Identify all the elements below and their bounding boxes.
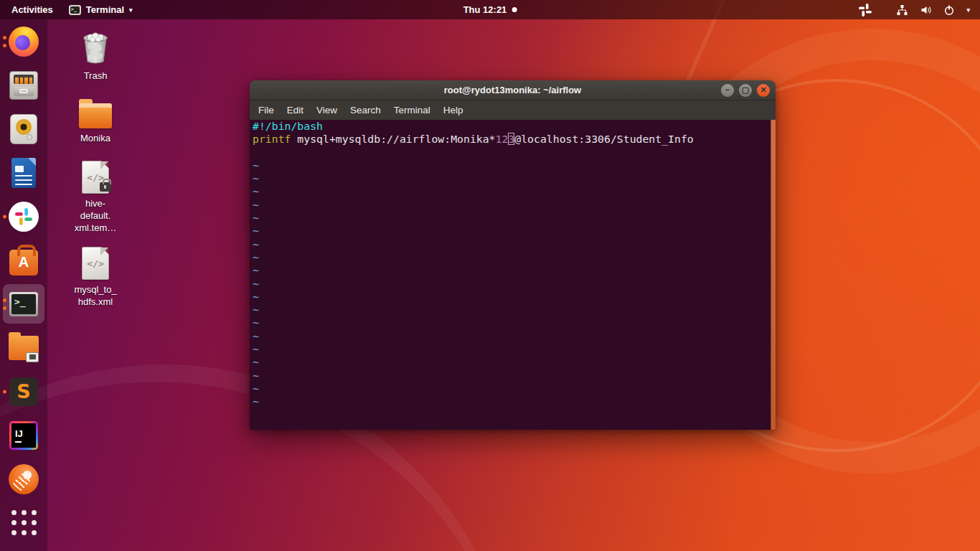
app-menu-label: Terminal xyxy=(86,4,124,15)
desktop-icon-label: hive-default.xml.tem… xyxy=(75,197,117,234)
terminal-window: root@rydot13monika: ~/airflow −▢✕ FileEd… xyxy=(250,80,776,430)
terminal-app-icon: >_ xyxy=(69,5,81,15)
vim-empty-line-tilde: ~ xyxy=(253,185,776,198)
xml-file-icon: </> xyxy=(82,247,109,280)
intellij-idea-icon: IJ xyxy=(9,421,38,450)
power-icon[interactable] xyxy=(943,4,955,16)
vim-line: #!/bin/bash xyxy=(253,120,776,133)
dock: A>_SIJ xyxy=(0,19,47,551)
dock-item-file-cabinet[interactable] xyxy=(0,63,47,107)
vim-empty-line-tilde: ~ xyxy=(253,238,776,251)
activities-button[interactable]: Activities xyxy=(11,4,53,15)
desktop-icon-label: mysql_to_hdfs.xml xyxy=(74,283,116,308)
dock-item-firefox[interactable] xyxy=(0,19,47,63)
dock-item-folder-network[interactable] xyxy=(0,326,47,369)
clock-label: Thu 12:21 xyxy=(463,4,507,15)
vim-cursor: 3 xyxy=(508,133,514,145)
lock-icon xyxy=(100,182,111,192)
running-indicator-dots xyxy=(3,215,6,218)
terminal-scrollbar[interactable] xyxy=(771,120,776,430)
dock-item-intellij-idea[interactable]: IJ xyxy=(0,413,47,457)
libreoffice-writer-icon xyxy=(11,158,36,188)
trash-icon xyxy=(78,30,113,66)
minimize-button[interactable]: − xyxy=(721,84,734,97)
chevron-down-icon[interactable]: ▾ xyxy=(966,6,970,14)
vim-empty-line-tilde: ~ xyxy=(253,395,776,408)
vim-empty-line-tilde: ~ xyxy=(253,330,776,343)
vim-empty-line-tilde: ~ xyxy=(253,382,776,395)
menu-item-search[interactable]: Search xyxy=(344,102,387,118)
menu-item-terminal[interactable]: Terminal xyxy=(388,102,436,118)
menu-item-file[interactable]: File xyxy=(253,102,280,118)
vim-line: printf mysql+mysqldb://airflow:Monika*12… xyxy=(253,133,776,146)
menu-item-view[interactable]: View xyxy=(311,102,343,118)
notification-dot xyxy=(512,7,517,12)
vim-empty-line-tilde: ~ xyxy=(253,159,776,172)
window-titlebar[interactable]: root@rydot13monika: ~/airflow −▢✕ xyxy=(250,80,776,100)
xml-file-icon: </> xyxy=(82,161,109,194)
running-indicator-dots xyxy=(3,298,6,310)
orange-comet-app-icon xyxy=(9,464,39,494)
speaker-media-icon xyxy=(10,114,37,144)
vim-empty-line-tilde: ~ xyxy=(253,316,776,329)
dock-item-show-applications[interactable] xyxy=(0,501,47,545)
vim-empty-line-tilde: ~ xyxy=(253,356,776,369)
ubuntu-software-icon: A xyxy=(9,250,38,276)
desktop-icon-mysql-to-hdfs-xml[interactable]: </>mysql_to_hdfs.xml xyxy=(66,247,125,308)
vim-empty-line-tilde: ~ xyxy=(253,199,776,212)
clock-button[interactable]: Thu 12:21 xyxy=(463,4,517,15)
terminal-content[interactable]: #!/bin/bashprintf mysql+mysqldb://airflo… xyxy=(250,120,776,430)
show-applications-icon xyxy=(11,510,37,535)
folder-icon xyxy=(79,103,112,128)
vim-empty-line-tilde: ~ xyxy=(253,172,776,185)
file-cabinet-icon xyxy=(9,71,38,100)
chevron-down-icon: ▾ xyxy=(129,6,133,14)
vim-empty-line-tilde: ~ xyxy=(253,225,776,237)
dock-item-speaker-media[interactable] xyxy=(0,107,47,151)
dock-item-terminal[interactable]: >_ xyxy=(0,282,47,326)
window-title: root@rydot13monika: ~/airflow xyxy=(250,85,776,95)
slack-icon xyxy=(9,202,39,232)
desktop-icon-hive-default-xml[interactable]: </>hive-default.xml.tem… xyxy=(66,161,125,234)
dock-item-orange-comet-app[interactable] xyxy=(0,457,47,501)
vim-statusline: "db_conn.sh" 3L, 83C 2,41 All xyxy=(250,417,771,430)
top-bar: Activities >_ Terminal ▾ Thu 12:21 xyxy=(0,0,980,19)
vim-empty-line-tilde: ~ xyxy=(253,303,776,316)
vim-empty-line-tilde: ~ xyxy=(253,212,776,225)
vim-empty-line-tilde: ~ xyxy=(253,343,776,356)
volume-icon[interactable] xyxy=(920,4,932,16)
dock-item-sublime-text[interactable]: S xyxy=(0,369,47,413)
close-button[interactable]: ✕ xyxy=(757,84,770,97)
sublime-text-icon: S xyxy=(9,377,38,406)
desktop-icon-label: Trash xyxy=(84,70,108,82)
dock-item-ubuntu-software[interactable]: A xyxy=(0,238,47,282)
vim-empty-line-tilde: ~ xyxy=(253,264,776,277)
slack-tray-icon[interactable] xyxy=(859,4,872,17)
menu-item-help[interactable]: Help xyxy=(438,102,469,118)
firefox-icon xyxy=(9,27,39,57)
desktop-icon-trash[interactable]: Trash xyxy=(66,30,125,82)
terminal-menubar: FileEditViewSearchTerminalHelp xyxy=(250,100,776,120)
vim-line xyxy=(253,146,776,159)
vim-empty-line-tilde: ~ xyxy=(253,251,776,264)
maximize-button[interactable]: ▢ xyxy=(739,84,752,97)
desktop-icon-monika-folder[interactable]: Monika xyxy=(66,98,125,144)
running-indicator-dots xyxy=(3,36,6,47)
menu-item-edit[interactable]: Edit xyxy=(281,102,309,118)
network-wired-icon[interactable] xyxy=(896,4,908,16)
folder-network-icon xyxy=(9,336,39,360)
vim-empty-line-tilde: ~ xyxy=(253,291,776,303)
terminal-icon: >_ xyxy=(9,292,38,316)
desktop-icon-label: Monika xyxy=(80,132,110,144)
vim-empty-line-tilde: ~ xyxy=(253,369,776,382)
vim-empty-line-tilde: ~ xyxy=(253,278,776,291)
dock-item-slack[interactable] xyxy=(0,194,47,238)
app-menu-terminal[interactable]: >_ Terminal ▾ xyxy=(69,4,133,15)
dock-item-libreoffice-writer[interactable] xyxy=(0,151,47,194)
running-indicator-dots xyxy=(3,390,6,393)
